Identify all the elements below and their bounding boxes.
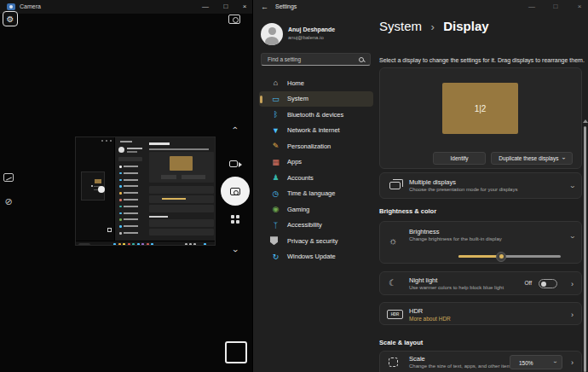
night-light-toggle[interactable] — [539, 279, 557, 288]
sidebar-item-label: Home — [287, 79, 304, 87]
chevron-right-icon[interactable]: › — [571, 358, 574, 367]
bluetooth-icon: ᛒ — [270, 110, 281, 119]
sidebar-item-label: Time & language — [287, 189, 335, 197]
hdr-row[interactable]: HDR HDR More about HDR › — [379, 302, 582, 325]
gallery-thumbnail-button[interactable] — [225, 341, 247, 363]
night-light-row[interactable]: ☾ Night light Use warmer colors to help … — [379, 271, 582, 295]
display-rect[interactable]: 1|2 — [442, 83, 518, 134]
expand-chevron-icon[interactable]: › — [571, 233, 574, 241]
personalization-icon: ✎ — [270, 142, 281, 150]
search-input[interactable]: Find a setting — [261, 53, 371, 66]
expand-chevron-icon[interactable]: › — [571, 183, 574, 191]
sidebar-item-label: Apps — [287, 158, 302, 166]
sidebar-item-label: System — [287, 95, 308, 102]
take-photo-button[interactable] — [221, 177, 250, 206]
scale-icon — [389, 357, 398, 367]
hdr-icon: HDR — [387, 310, 403, 319]
settings-close-button[interactable]: × — [572, 1, 587, 12]
camera-shutter-icon — [230, 188, 240, 195]
profile-name: Anuj Deshpande — [288, 26, 335, 32]
sidebar-item-network-internet[interactable]: ▼ Network & internet — [259, 123, 373, 139]
night-light-icon: ☾ — [389, 278, 396, 288]
sidebar-item-accounts[interactable]: ♟ Accounts — [259, 170, 373, 186]
chevron-down-icon: › — [230, 249, 240, 252]
multiple-displays-icon — [389, 182, 401, 189]
breadcrumb: System › Display — [379, 19, 489, 34]
camera-app-icon — [7, 3, 15, 10]
chevron-right-icon[interactable]: › — [571, 311, 574, 319]
scale-row[interactable]: Scale Change the size of text, apps, and… — [379, 351, 582, 372]
display-arrangement-card: 1|2 Identify Duplicate these displays › — [379, 67, 582, 169]
windows-update-icon: ↻ — [270, 253, 281, 261]
camera-close-button[interactable]: × — [237, 1, 252, 12]
preview-mini-gallery — [107, 228, 112, 232]
sidebar-item-gaming[interactable]: ◉ Gaming — [259, 201, 373, 218]
photo-frame-icon[interactable] — [3, 173, 14, 182]
sidebar-item-system[interactable]: ▭ System — [259, 91, 373, 108]
chevron-up-icon: › — [230, 126, 240, 129]
settings-title: Settings — [275, 3, 297, 9]
brightness-slider-thumb[interactable] — [496, 252, 506, 262]
video-mode-icon[interactable] — [229, 160, 238, 167]
sidebar-item-time-language[interactable]: ◷ Time & language — [259, 186, 373, 202]
sidebar-item-personalization[interactable]: ✎ Personalization — [259, 138, 373, 154]
search-icon — [359, 57, 364, 62]
brightness-slider-fill — [458, 255, 501, 258]
sidebar-item-label: Bluetooth & devices — [287, 111, 343, 119]
preview-mini-settings — [114, 137, 216, 241]
network-icon: ▼ — [270, 126, 281, 135]
camera-maximize-button[interactable]: □ — [218, 1, 233, 12]
barcode-mode-icon[interactable] — [231, 215, 240, 224]
sidebar-item-apps[interactable]: ▦ Apps — [259, 154, 373, 171]
sidebar-nav: ⌂ Home ▭ System ᛒ Bluetooth & devices ▼ … — [259, 75, 373, 264]
camera-titlebar: Camera — □ × — [0, 0, 252, 14]
chevron-right-icon[interactable]: › — [571, 280, 574, 288]
settings-window: ← Settings — □ × Anuj Deshpande anuj@bal… — [252, 0, 588, 372]
identify-button[interactable]: Identify — [433, 152, 486, 165]
section-scale-layout: Scale & layout — [379, 339, 423, 346]
settings-minimize-button[interactable]: — — [524, 1, 539, 12]
mode-up-button[interactable]: › — [229, 123, 241, 133]
desktop: Camera — □ × ⚙ ⊘ — [0, 0, 588, 372]
preview-mini-taskbar — [76, 241, 216, 246]
night-light-state: Off — [524, 280, 532, 286]
preview-mini-camera — [76, 137, 114, 241]
camera-minimize-button[interactable]: — — [198, 1, 213, 12]
brightness-row[interactable]: ☼ Brightness Change brightness for the b… — [379, 221, 582, 264]
sidebar-item-windows-update[interactable]: ↻ Windows Update — [259, 249, 373, 265]
profile-email: anuj@balena.io — [288, 35, 324, 40]
scrollbar-thumb[interactable] — [584, 126, 586, 372]
sidebar-item-label: Personalization — [287, 142, 331, 150]
switch-camera-icon[interactable] — [228, 15, 240, 24]
sidebar-item-privacy-security[interactable]: Privacy & security — [259, 233, 373, 249]
sidebar-item-label: Windows Update — [287, 253, 336, 260]
sidebar-item-bluetooth-devices[interactable]: ᛒ Bluetooth & devices — [259, 107, 373, 123]
sidebar-item-accessibility[interactable]: ᛉ Accessibility — [259, 218, 373, 234]
camera-settings-button[interactable]: ⚙ — [3, 11, 18, 26]
timer-off-icon[interactable]: ⊘ — [3, 195, 14, 207]
scrollbar-up-arrow[interactable] — [583, 119, 588, 123]
brightness-slider[interactable] — [458, 255, 561, 258]
search-placeholder: Find a setting — [268, 56, 301, 62]
home-icon: ⌂ — [270, 78, 281, 87]
time-language-icon: ◷ — [270, 189, 281, 198]
hdr-link[interactable]: More about HDR — [409, 316, 451, 322]
camera-title: Camera — [20, 3, 41, 9]
sidebar-item-home[interactable]: ⌂ Home — [259, 75, 373, 91]
preview-mini-shutter — [98, 186, 105, 193]
mode-down-button[interactable]: › — [229, 246, 241, 256]
display-instruction: Select a display to change the settings … — [379, 57, 585, 63]
accessibility-icon: ᛉ — [270, 221, 281, 230]
gaming-icon: ◉ — [270, 205, 281, 213]
back-button[interactable]: ← — [261, 3, 268, 11]
multiple-displays-row[interactable]: Multiple displays Choose the presentatio… — [379, 172, 582, 199]
camera-window: Camera — □ × ⚙ ⊘ — [0, 0, 252, 372]
privacy-icon — [270, 236, 278, 245]
gear-icon: ⚙ — [7, 15, 14, 24]
chevron-down-icon: › — [561, 157, 567, 159]
brightness-icon: ☼ — [389, 235, 397, 246]
duplicate-displays-dropdown[interactable]: Duplicate these displays › — [491, 152, 573, 165]
settings-maximize-button[interactable]: □ — [548, 1, 563, 12]
scale-dropdown[interactable]: 150% › — [510, 355, 562, 369]
breadcrumb-parent[interactable]: System — [379, 19, 422, 33]
